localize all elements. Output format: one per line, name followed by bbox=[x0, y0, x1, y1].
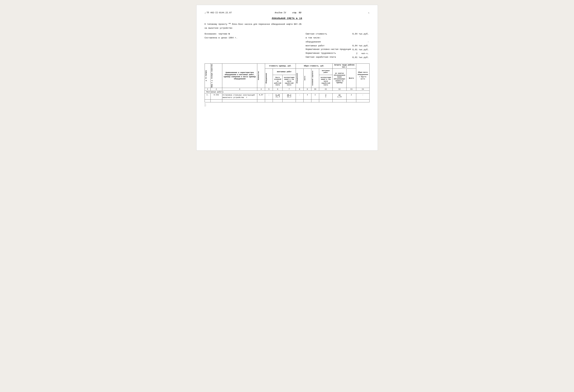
num-13: I3 bbox=[347, 88, 356, 91]
th-col7: эксплуатация машин в том числе заработно… bbox=[283, 75, 296, 88]
album-label: Альбом IV bbox=[275, 12, 286, 14]
cost-label6: Сметная заработная плата bbox=[305, 56, 352, 59]
basis-line1: Основание: чертежи № bbox=[205, 32, 238, 36]
num-3: 3 bbox=[222, 88, 257, 91]
subtitle-suffix-text: на выкатное устройство bbox=[205, 27, 232, 29]
cost-val2: - bbox=[352, 40, 369, 44]
num-11: II bbox=[319, 88, 332, 91]
cost-table: Сметная стоимость 0,04 тыс.руб. в том чи… bbox=[305, 32, 369, 59]
bottom-mark: |. |- bbox=[205, 103, 369, 107]
title-section: ЛОКАЛЬНАЯ СМЕТА № 10 bbox=[205, 17, 369, 20]
cost-label5: Нормативная трудоемкость bbox=[305, 52, 352, 56]
th-montazh-work: монтажных работ bbox=[273, 68, 296, 75]
number-row: I 2 3 4 5 6 7 8 9 I0 II I2 I3 I4 bbox=[205, 88, 369, 91]
num-9: 9 bbox=[304, 88, 311, 91]
cost-label1: Сметная стоимость bbox=[305, 32, 352, 36]
cost-val1: 0,04 тыс.руб. bbox=[352, 32, 369, 36]
main-table: № по порядку Шифр и № позиции норматива … bbox=[205, 63, 369, 102]
th-col14: Общая масса оборудования т брутто нетто bbox=[356, 63, 369, 88]
cost-val3: 0,04 тыс.руб. bbox=[352, 44, 369, 48]
row-col11: 3 I bbox=[319, 93, 332, 99]
num-14: I4 bbox=[356, 88, 369, 91]
page-label: стр. 53 bbox=[292, 12, 301, 14]
subtitle-prefix: К типовому проекту bbox=[205, 23, 227, 25]
row-col10: I bbox=[311, 93, 319, 99]
cost-val6: 0,01 тыс.руб. bbox=[352, 56, 369, 59]
th-col13: Всего bbox=[347, 68, 356, 88]
section-header-row: Монтажные работы bbox=[205, 91, 369, 93]
num-4: 4 bbox=[257, 88, 265, 91]
th-col9: всего bbox=[304, 68, 311, 88]
subtitle-suffix: на выкатное устройство bbox=[205, 27, 369, 30]
cost-val5-unit: чел-ч. bbox=[361, 52, 369, 55]
cost-label4: Нормативная условно-чистая продукция bbox=[305, 48, 352, 52]
doc-ref-text: ТП 402-II-0144.22.87 bbox=[206, 12, 232, 14]
left-info: Основание: чертежи № Составлена в ценах … bbox=[205, 32, 238, 59]
empty-row bbox=[205, 99, 369, 102]
doc-ref: ТП 402-II-0144.22.87 bbox=[206, 12, 261, 14]
th-col8: оборудования bbox=[296, 68, 304, 88]
num-1: I bbox=[205, 88, 210, 91]
cost-val5-group: 2 чел-ч. bbox=[352, 52, 369, 56]
th-col11: эксплуатация машин в том числе заработно… bbox=[319, 75, 332, 88]
table-row: I. 9-I52 Установка стальных конструкций … bbox=[205, 93, 369, 99]
num-7: 7 bbox=[283, 88, 296, 91]
num-10: I0 bbox=[311, 88, 319, 91]
cost-val5: 2 bbox=[356, 52, 357, 55]
row-code: 9-I52 bbox=[210, 93, 222, 99]
row-col14: - bbox=[356, 93, 369, 99]
row-col9: 4 bbox=[304, 93, 311, 99]
cost-label2: оборудования bbox=[305, 40, 352, 44]
row-name: Установка стальных конструкций выкатного… bbox=[222, 93, 257, 99]
row-col5: - bbox=[265, 93, 273, 99]
th-obshaya-stoimost: Общая стоимость, руб. bbox=[296, 63, 332, 68]
num-5: 5 bbox=[265, 88, 273, 91]
th-stoimost-edinitsy: Стоимость единицы, руб. bbox=[265, 63, 296, 68]
corner-mark: ┐ bbox=[315, 12, 369, 14]
doc-ref-left: ┌ bbox=[205, 12, 206, 14]
th-col4: Количество bbox=[257, 63, 265, 88]
th-col1: № по порядку bbox=[205, 63, 210, 88]
th-col3: Наименование и характеристика оборудован… bbox=[222, 63, 257, 88]
th-col12: не занятых обслуживанием машин обслужива… bbox=[332, 68, 346, 88]
row-col13: 2 bbox=[347, 93, 356, 99]
num-12: I2 bbox=[332, 88, 346, 91]
subtitle-middle: блок-бокс насоса для перекачки обводненн… bbox=[232, 23, 302, 25]
main-title: ЛОКАЛЬНАЯ СМЕТА № 10 bbox=[205, 17, 369, 20]
th-col10: основной зарплаты bbox=[311, 68, 319, 88]
na-label: на bbox=[229, 22, 231, 25]
th-montazh-eksplua: монтажных работ bbox=[319, 68, 332, 75]
right-info: Сметная стоимость 0,04 тыс.руб. в том чи… bbox=[305, 32, 369, 59]
row-qty: 0,07 bbox=[257, 93, 265, 99]
basis-line2: Составлена в ценах 1984 г. bbox=[205, 36, 238, 40]
num-6: 6 bbox=[273, 88, 283, 91]
row-col7: 36,2 I2,2 bbox=[283, 93, 296, 99]
th-col5: Оборудования bbox=[265, 68, 273, 88]
th-col2: Шифр и № позиции норматива bbox=[210, 63, 222, 88]
cost-label1b: в том числе: bbox=[305, 36, 352, 40]
cost-label3: монтажных работ bbox=[305, 44, 352, 48]
page: ┌ ТП 402-II-0144.22.87 Альбом IV стр. 53… bbox=[196, 5, 378, 151]
row-col12: 32 2,24 bbox=[332, 93, 346, 99]
row-col6: 6.28 21,4 bbox=[273, 93, 283, 99]
num-8: 8 bbox=[296, 88, 304, 91]
num-2: 2 bbox=[210, 88, 222, 91]
th-zatrat-truda: Затраты труда рабочих чел-ч bbox=[332, 63, 356, 68]
top-bar: ┌ ТП 402-II-0144.22.87 Альбом IV стр. 53… bbox=[205, 12, 369, 14]
row-num: I. bbox=[205, 93, 210, 99]
th-col6-vsego: Всего основной за работной платы bbox=[273, 75, 283, 88]
subtitle: К типовому проекту на блок-бокс насоса д… bbox=[205, 22, 369, 26]
info-block: Основание: чертежи № Составлена в ценах … bbox=[205, 32, 369, 59]
section-header-text: Монтажные работы bbox=[205, 91, 369, 93]
row-col8: - bbox=[296, 93, 304, 99]
cost-val4: 0,01 тыс.руб. bbox=[352, 48, 369, 52]
album-info: Альбом IV стр. 53 bbox=[261, 12, 315, 14]
